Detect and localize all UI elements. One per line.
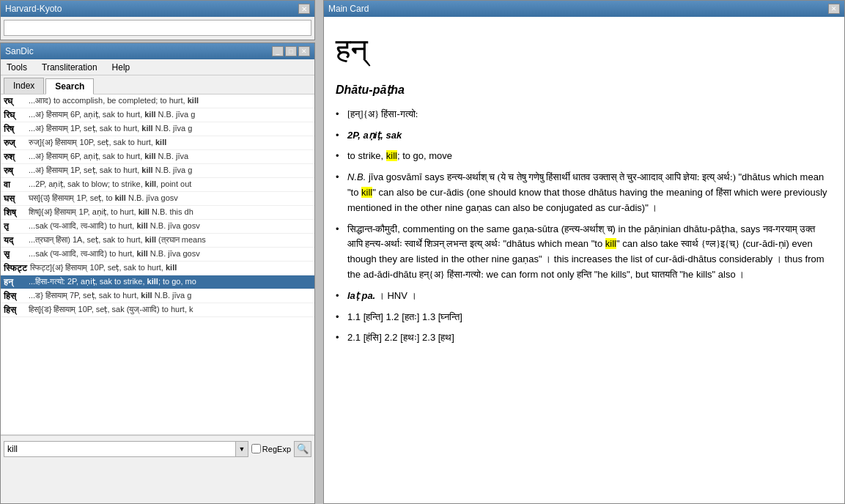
list-item-han-selected[interactable]: हन् ...हिंसा-गत्यो: 2P, aṇiṭ, sak to str… xyxy=(1,275,314,289)
bullet-item-siddh: सिद्धान्त-कौमुदी, commenting on the same… xyxy=(336,222,833,283)
list-area[interactable]: रघ् ...आाद) to accomplish, be completed;… xyxy=(1,94,314,435)
list-item[interactable]: रिष् ...अ} हिंसायाम् 1P, seṭ, sak to hur… xyxy=(1,122,314,136)
hk-close-button[interactable]: ✕ xyxy=(298,4,310,14)
sandic-maximize-button[interactable]: □ xyxy=(285,46,297,56)
sandic-menu-bar: Tools Transliteration Help xyxy=(1,59,314,75)
main-card-window: Main Card ✕ हन् Dhātu-pāṭha [हन्]{अ} हिं… xyxy=(323,0,845,504)
main-card-content[interactable]: हन् Dhātu-pāṭha [हन्]{अ} हिंसा-गत्यो: 2P… xyxy=(324,17,844,503)
sandic-minimize-button[interactable]: _ xyxy=(272,46,284,56)
list-item[interactable]: हिस् ...ड} हिंसायाम् 7P, seṭ, sak to hur… xyxy=(1,289,314,303)
bullet-item-nb: N.B. jīva gosvāmī says हन्त्य-अर्थाश् च … xyxy=(336,170,833,215)
sandic-window: SanDic _ □ ✕ Tools Transliteration Help … xyxy=(0,42,315,504)
list-item[interactable]: रुष् ...अ} हिंसायाम् 1P, seṭ, sak to hur… xyxy=(1,164,314,178)
list-item[interactable]: रुश् ...अ} हिंसायाम् 6P, aṇiṭ, sak to hu… xyxy=(1,150,314,164)
main-card-bullet-list: [हन्]{अ} हिंसा-गत्यो: 2P, aṇiṭ, sak to s… xyxy=(336,107,833,346)
bullet-item-row2: 2.1 [हंसि] 2.2 [हथः] 2.3 [हथ] xyxy=(336,330,833,346)
bullet-item-2: 2P, aṇiṭ, sak xyxy=(336,128,833,144)
search-input-wrap: ▼ xyxy=(4,441,248,457)
list-item[interactable]: यद् ...त्रघान् हिंसा) 1A, seṭ, sak to hu… xyxy=(1,234,314,248)
tabs-bar: Index Search xyxy=(1,75,314,94)
harvard-kyoto-window: Harvard-Kyoto ✕ xyxy=(0,0,315,40)
main-card-titlebar: Main Card ✕ xyxy=(324,1,844,17)
hk-input-area xyxy=(1,17,314,39)
regexp-checkbox[interactable] xyxy=(251,444,261,453)
hk-input[interactable] xyxy=(4,20,311,36)
search-dropdown-button[interactable]: ▼ xyxy=(235,441,248,457)
main-card-title: Main Card xyxy=(328,4,369,14)
sandic-titlebar: SanDic _ □ ✕ xyxy=(1,43,314,59)
list-item[interactable]: रघ् ...आाद) to accomplish, be completed;… xyxy=(1,94,314,108)
menu-transliteration[interactable]: Transliteration xyxy=(39,62,100,73)
list-item[interactable]: रिघ् ...अ} हिंसायाम् 6P, aṇiṭ, sak to hu… xyxy=(1,108,314,122)
sandic-window-buttons: _ □ ✕ xyxy=(272,46,310,56)
bullet-item-1: [हन्]{अ} हिंसा-गत्यो: xyxy=(336,107,833,122)
bullet-item-row1: 1.1 [हन्ति] 1.2 [हतः] 1.3 [घ्नन्ति] xyxy=(336,310,833,325)
bullet-item-lat: laṭ pa. । HNV । xyxy=(336,289,833,304)
main-card-devanagari-title: हन् xyxy=(336,26,833,75)
list-item[interactable]: हिस् हिस्]{ड} हिंसायाम् 10P, seṭ, sak (य… xyxy=(1,303,314,317)
list-item[interactable]: घस् घस्]{उ} हिंसायाम् 1P, seṭ, to kill N… xyxy=(1,192,314,206)
list-item[interactable]: शिष् शिष्]{अ} हिंसायाम् 1P, aṇiṭ, to hur… xyxy=(1,206,314,220)
tab-search[interactable]: Search xyxy=(45,78,94,94)
sandic-title: SanDic xyxy=(5,46,34,56)
menu-help[interactable]: Help xyxy=(109,62,133,73)
main-card-close-button[interactable]: ✕ xyxy=(828,4,840,14)
list-item[interactable]: वा ...2P, aṇiṭ, sak to blow; to strike, … xyxy=(1,178,314,192)
list-item[interactable]: तृ ...sak (प्व-आादि, त्व-आादि) to hurt, … xyxy=(1,220,314,234)
regexp-label: RegExp xyxy=(262,445,291,453)
main-card-section-title: Dhātu-pāṭha xyxy=(336,81,833,100)
regexp-wrap: RegExp xyxy=(251,444,291,453)
hk-title: Harvard-Kyoto xyxy=(5,4,62,14)
search-input[interactable] xyxy=(4,441,248,457)
sandic-close-button[interactable]: ✕ xyxy=(298,46,310,56)
search-button[interactable]: 🔍 xyxy=(294,441,311,457)
list-item[interactable]: रुज् रुज्]{अ} हिंसायाम् 10P, seṭ, sak to… xyxy=(1,136,314,150)
list-item[interactable]: स्फिट्ट स्फिट्ट]{अ} हिंसायाम् 10P, seṭ, … xyxy=(1,262,314,275)
search-bar: ▼ RegExp 🔍 xyxy=(1,435,314,462)
bullet-item-3: to strike, kill; to go, move xyxy=(336,149,833,164)
menu-tools[interactable]: Tools xyxy=(4,62,30,73)
hk-titlebar: Harvard-Kyoto ✕ xyxy=(1,1,314,17)
tab-index[interactable]: Index xyxy=(4,78,44,94)
list-item[interactable]: सृ ...sak (प्व-आादि, त्व-आादि) to hurt, … xyxy=(1,248,314,262)
